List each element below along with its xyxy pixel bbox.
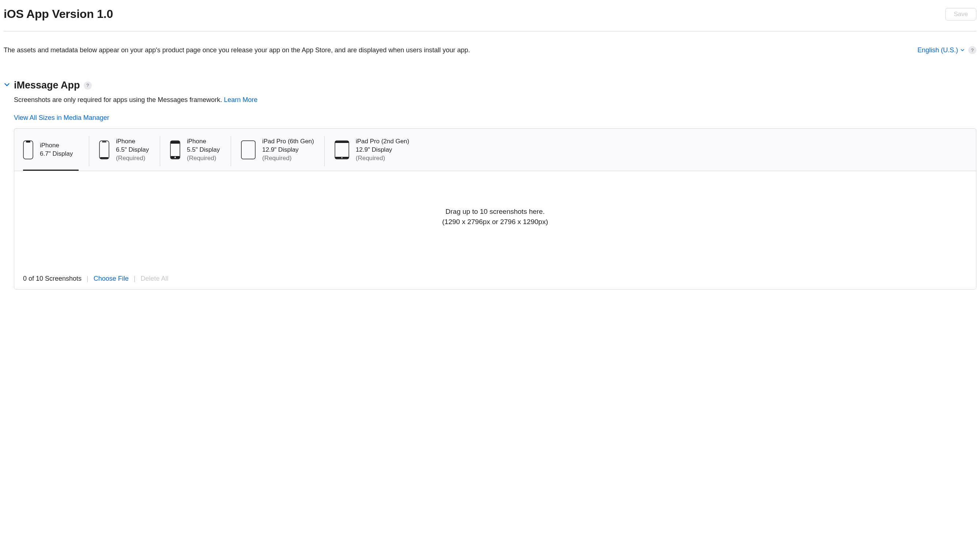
separator: | xyxy=(134,275,136,282)
imessage-section: iMessage App ? Screenshots are only requ… xyxy=(4,80,976,289)
tab-iphone-5-5[interactable]: iPhone 5.5" Display (Required) xyxy=(165,135,231,171)
help-icon[interactable]: ? xyxy=(968,46,976,54)
device-line1: iPhone xyxy=(40,141,73,150)
device-tabs: iPhone 6.7" Display iPhone 6.5" Display … xyxy=(14,129,976,171)
learn-more-link[interactable]: Learn More xyxy=(224,96,258,103)
svg-rect-11 xyxy=(335,141,348,143)
device-required: (Required) xyxy=(356,154,409,163)
device-line2: 6.5" Display xyxy=(116,146,149,154)
description-row: The assets and metadata below appear on … xyxy=(4,32,976,54)
device-required: (Required) xyxy=(262,154,314,163)
ipad-icon xyxy=(241,140,256,159)
section-sub-label: Screenshots are only required for apps u… xyxy=(14,96,224,103)
svg-point-8 xyxy=(174,157,176,158)
iphone-icon xyxy=(23,140,33,159)
ipad-icon xyxy=(334,140,349,159)
separator: | xyxy=(87,275,89,282)
device-labels: iPhone 6.7" Display xyxy=(40,141,73,158)
svg-rect-1 xyxy=(26,141,30,143)
screenshot-dropzone[interactable]: Drag up to 10 screenshots here. (1290 x … xyxy=(14,171,976,270)
iphone-icon xyxy=(99,140,109,159)
chevron-down-icon xyxy=(960,46,965,54)
device-labels: iPhone 5.5" Display (Required) xyxy=(187,138,220,163)
device-line1: iPad Pro (2nd Gen) xyxy=(356,138,409,146)
svg-rect-9 xyxy=(241,141,255,159)
svg-point-13 xyxy=(341,157,342,158)
device-line2: 12.9" Display xyxy=(262,146,314,154)
device-line1: iPhone xyxy=(187,138,220,146)
panel-footer: 0 of 10 Screenshots | Choose File | Dele… xyxy=(14,270,976,289)
device-required: (Required) xyxy=(187,154,220,163)
tab-ipad-pro-2[interactable]: iPad Pro (2nd Gen) 12.9" Display (Requir… xyxy=(329,135,419,171)
svg-rect-2 xyxy=(99,141,109,159)
device-line2: 12.9" Display xyxy=(356,146,409,154)
delete-all-link[interactable]: Delete All xyxy=(141,275,169,282)
iphone-icon xyxy=(170,140,180,159)
chevron-down-icon[interactable] xyxy=(4,81,10,90)
dropzone-line1: Drag up to 10 screenshots here. xyxy=(22,208,969,216)
svg-rect-3 xyxy=(102,141,107,143)
device-line2: 6.7" Display xyxy=(40,150,73,158)
section-title: iMessage App xyxy=(14,80,80,91)
description-text: The assets and metadata below appear on … xyxy=(4,46,470,54)
svg-rect-4 xyxy=(100,157,108,159)
section-header: iMessage App ? xyxy=(4,80,976,91)
svg-rect-10 xyxy=(335,141,349,159)
page-header: iOS App Version 1.0 Save xyxy=(4,7,976,32)
device-labels: iPad Pro (2nd Gen) 12.9" Display (Requir… xyxy=(356,138,409,163)
section-subtext: Screenshots are only required for apps u… xyxy=(14,96,976,104)
language-label: English (U.S.) xyxy=(918,46,958,54)
svg-rect-6 xyxy=(171,141,180,144)
help-icon[interactable]: ? xyxy=(84,81,92,90)
dropzone-line2: (1290 x 2796px or 2796 x 1290px) xyxy=(22,218,969,226)
tab-iphone-6-7[interactable]: iPhone 6.7" Display xyxy=(23,135,89,171)
language-selector[interactable]: English (U.S.) xyxy=(918,46,965,54)
save-button[interactable]: Save xyxy=(945,8,976,21)
tab-iphone-6-5[interactable]: iPhone 6.5" Display (Required) xyxy=(94,135,160,171)
device-panel: iPhone 6.7" Display iPhone 6.5" Display … xyxy=(14,128,976,289)
device-labels: iPad Pro (6th Gen) 12.9" Display (Requir… xyxy=(262,138,314,163)
device-line1: iPhone xyxy=(116,138,149,146)
choose-file-link[interactable]: Choose File xyxy=(94,275,129,282)
media-manager-link[interactable]: View All Sizes in Media Manager xyxy=(14,114,109,122)
device-line1: iPad Pro (6th Gen) xyxy=(262,138,314,146)
svg-rect-0 xyxy=(24,141,33,159)
device-line2: 5.5" Display xyxy=(187,146,220,154)
device-required: (Required) xyxy=(116,154,149,163)
language-group: English (U.S.) ? xyxy=(918,46,976,54)
page-title: iOS App Version 1.0 xyxy=(4,7,113,21)
device-labels: iPhone 6.5" Display (Required) xyxy=(116,138,149,163)
screenshot-count: 0 of 10 Screenshots xyxy=(23,275,81,282)
tab-ipad-pro-6[interactable]: iPad Pro (6th Gen) 12.9" Display (Requir… xyxy=(236,135,325,171)
